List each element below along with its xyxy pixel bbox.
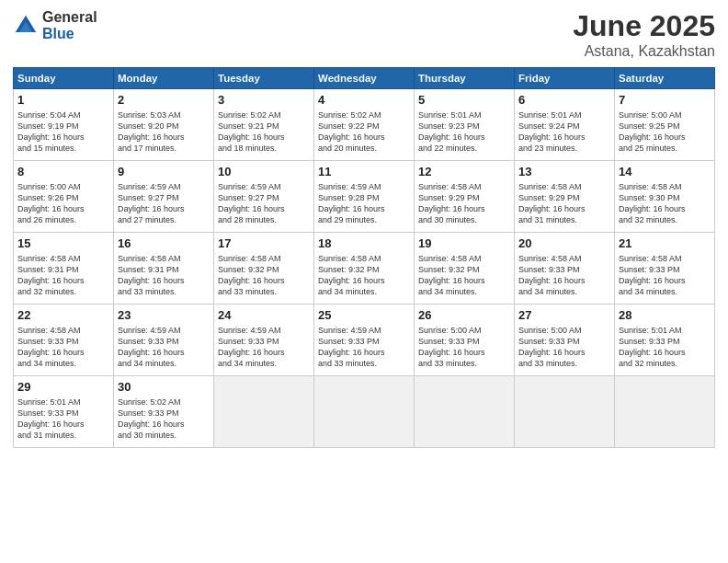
day-number: 26 bbox=[418, 307, 510, 324]
day-number: 23 bbox=[118, 307, 210, 324]
day-number: 28 bbox=[619, 307, 711, 324]
day-info: Sunrise: 4:59 AM Sunset: 9:33 PM Dayligh… bbox=[218, 325, 310, 370]
day-info: Sunrise: 4:59 AM Sunset: 9:27 PM Dayligh… bbox=[218, 181, 310, 226]
table-row: 7Sunrise: 5:00 AM Sunset: 9:25 PM Daylig… bbox=[615, 89, 715, 161]
logo: General Blue bbox=[13, 9, 97, 41]
table-row: 6Sunrise: 5:01 AM Sunset: 9:24 PM Daylig… bbox=[515, 89, 615, 161]
calendar-week-row: 15Sunrise: 4:58 AM Sunset: 9:31 PM Dayli… bbox=[14, 233, 715, 304]
table-row: 26Sunrise: 5:00 AM Sunset: 9:33 PM Dayli… bbox=[415, 304, 515, 376]
day-info: Sunrise: 4:58 AM Sunset: 9:29 PM Dayligh… bbox=[518, 181, 610, 226]
day-info: Sunrise: 4:58 AM Sunset: 9:30 PM Dayligh… bbox=[619, 181, 711, 226]
day-number: 9 bbox=[118, 164, 210, 180]
day-number: 11 bbox=[318, 164, 410, 180]
day-info: Sunrise: 4:58 AM Sunset: 9:31 PM Dayligh… bbox=[118, 253, 210, 298]
table-row: 20Sunrise: 4:58 AM Sunset: 9:33 PM Dayli… bbox=[515, 233, 615, 304]
table-row: 4Sunrise: 5:02 AM Sunset: 9:22 PM Daylig… bbox=[314, 89, 415, 161]
day-number: 22 bbox=[17, 307, 109, 324]
table-row: 28Sunrise: 5:01 AM Sunset: 9:33 PM Dayli… bbox=[615, 304, 715, 376]
table-row bbox=[314, 376, 415, 448]
day-number: 7 bbox=[619, 92, 711, 109]
day-info: Sunrise: 4:58 AM Sunset: 9:33 PM Dayligh… bbox=[17, 325, 109, 370]
table-row: 11Sunrise: 4:59 AM Sunset: 9:28 PM Dayli… bbox=[314, 161, 415, 233]
day-info: Sunrise: 4:58 AM Sunset: 9:33 PM Dayligh… bbox=[518, 253, 610, 298]
calendar-week-row: 22Sunrise: 4:58 AM Sunset: 9:33 PM Dayli… bbox=[14, 304, 715, 376]
calendar-week-row: 1Sunrise: 5:04 AM Sunset: 9:19 PM Daylig… bbox=[14, 89, 715, 161]
header-thursday: Thursday bbox=[415, 68, 515, 89]
table-row: 14Sunrise: 4:58 AM Sunset: 9:30 PM Dayli… bbox=[615, 161, 715, 233]
day-info: Sunrise: 5:00 AM Sunset: 9:33 PM Dayligh… bbox=[418, 325, 510, 370]
title-block: June 2025 Astana, Kazakhstan bbox=[573, 9, 715, 60]
day-number: 5 bbox=[418, 92, 510, 109]
table-row: 1Sunrise: 5:04 AM Sunset: 9:19 PM Daylig… bbox=[14, 89, 114, 161]
day-number: 30 bbox=[118, 379, 210, 396]
day-info: Sunrise: 5:00 AM Sunset: 9:26 PM Dayligh… bbox=[17, 181, 109, 226]
header-saturday: Saturday bbox=[615, 68, 715, 89]
table-row bbox=[615, 376, 715, 448]
table-row: 19Sunrise: 4:58 AM Sunset: 9:32 PM Dayli… bbox=[415, 233, 515, 304]
calendar-week-row: 29Sunrise: 5:01 AM Sunset: 9:33 PM Dayli… bbox=[14, 376, 715, 448]
day-number: 21 bbox=[619, 236, 711, 252]
day-number: 1 bbox=[17, 92, 109, 109]
logo-general-text: General bbox=[42, 9, 97, 26]
day-info: Sunrise: 5:03 AM Sunset: 9:20 PM Dayligh… bbox=[118, 109, 210, 155]
table-row: 16Sunrise: 4:58 AM Sunset: 9:31 PM Dayli… bbox=[114, 233, 214, 304]
day-number: 29 bbox=[17, 379, 109, 396]
day-info: Sunrise: 4:58 AM Sunset: 9:32 PM Dayligh… bbox=[218, 253, 310, 298]
day-number: 25 bbox=[318, 307, 410, 324]
day-number: 10 bbox=[218, 164, 310, 180]
logo-blue-text: Blue bbox=[42, 26, 97, 42]
calendar-week-row: 8Sunrise: 5:00 AM Sunset: 9:26 PM Daylig… bbox=[14, 161, 715, 233]
table-row: 30Sunrise: 5:02 AM Sunset: 9:33 PM Dayli… bbox=[114, 376, 214, 448]
logo-icon bbox=[13, 13, 39, 39]
calendar-table: Sunday Monday Tuesday Wednesday Thursday… bbox=[13, 67, 715, 448]
table-row: 12Sunrise: 4:58 AM Sunset: 9:29 PM Dayli… bbox=[415, 161, 515, 233]
calendar-location: Astana, Kazakhstan bbox=[573, 43, 715, 60]
header-sunday: Sunday bbox=[14, 68, 114, 89]
day-number: 17 bbox=[218, 236, 310, 252]
day-number: 14 bbox=[619, 164, 711, 180]
table-row: 25Sunrise: 4:59 AM Sunset: 9:33 PM Dayli… bbox=[314, 304, 415, 376]
day-info: Sunrise: 4:59 AM Sunset: 9:33 PM Dayligh… bbox=[318, 325, 410, 370]
table-row: 27Sunrise: 5:00 AM Sunset: 9:33 PM Dayli… bbox=[515, 304, 615, 376]
day-info: Sunrise: 5:01 AM Sunset: 9:33 PM Dayligh… bbox=[17, 396, 109, 442]
day-number: 13 bbox=[518, 164, 610, 180]
day-number: 16 bbox=[118, 236, 210, 252]
day-info: Sunrise: 4:59 AM Sunset: 9:33 PM Dayligh… bbox=[118, 325, 210, 370]
day-number: 4 bbox=[318, 92, 410, 109]
table-row: 15Sunrise: 4:58 AM Sunset: 9:31 PM Dayli… bbox=[14, 233, 114, 304]
table-row: 9Sunrise: 4:59 AM Sunset: 9:27 PM Daylig… bbox=[114, 161, 214, 233]
table-row: 10Sunrise: 4:59 AM Sunset: 9:27 PM Dayli… bbox=[214, 161, 314, 233]
calendar-title: June 2025 bbox=[573, 9, 715, 43]
calendar-header-row: Sunday Monday Tuesday Wednesday Thursday… bbox=[14, 68, 715, 89]
day-info: Sunrise: 4:58 AM Sunset: 9:33 PM Dayligh… bbox=[619, 253, 711, 298]
table-row: 8Sunrise: 5:00 AM Sunset: 9:26 PM Daylig… bbox=[14, 161, 114, 233]
table-row: 3Sunrise: 5:02 AM Sunset: 9:21 PM Daylig… bbox=[214, 89, 314, 161]
table-row: 17Sunrise: 4:58 AM Sunset: 9:32 PM Dayli… bbox=[214, 233, 314, 304]
day-number: 15 bbox=[17, 236, 109, 252]
day-number: 6 bbox=[518, 92, 610, 109]
table-row: 18Sunrise: 4:58 AM Sunset: 9:32 PM Dayli… bbox=[314, 233, 415, 304]
day-info: Sunrise: 4:59 AM Sunset: 9:27 PM Dayligh… bbox=[118, 181, 210, 226]
day-info: Sunrise: 4:58 AM Sunset: 9:29 PM Dayligh… bbox=[418, 181, 510, 226]
day-number: 27 bbox=[518, 307, 610, 324]
header-wednesday: Wednesday bbox=[314, 68, 415, 89]
page-header: General Blue June 2025 Astana, Kazakhsta… bbox=[13, 9, 715, 60]
day-number: 19 bbox=[418, 236, 510, 252]
table-row: 2Sunrise: 5:03 AM Sunset: 9:20 PM Daylig… bbox=[114, 89, 214, 161]
day-info: Sunrise: 4:58 AM Sunset: 9:32 PM Dayligh… bbox=[418, 253, 510, 298]
day-info: Sunrise: 4:58 AM Sunset: 9:32 PM Dayligh… bbox=[318, 253, 410, 298]
table-row: 23Sunrise: 4:59 AM Sunset: 9:33 PM Dayli… bbox=[114, 304, 214, 376]
day-info: Sunrise: 5:02 AM Sunset: 9:33 PM Dayligh… bbox=[118, 396, 210, 442]
day-info: Sunrise: 5:00 AM Sunset: 9:25 PM Dayligh… bbox=[619, 109, 711, 155]
table-row: 29Sunrise: 5:01 AM Sunset: 9:33 PM Dayli… bbox=[14, 376, 114, 448]
day-info: Sunrise: 5:00 AM Sunset: 9:33 PM Dayligh… bbox=[518, 325, 610, 370]
table-row bbox=[515, 376, 615, 448]
day-info: Sunrise: 5:02 AM Sunset: 9:21 PM Dayligh… bbox=[218, 109, 310, 155]
header-friday: Friday bbox=[515, 68, 615, 89]
day-info: Sunrise: 5:01 AM Sunset: 9:33 PM Dayligh… bbox=[619, 325, 711, 370]
table-row bbox=[415, 376, 515, 448]
table-row: 5Sunrise: 5:01 AM Sunset: 9:23 PM Daylig… bbox=[415, 89, 515, 161]
day-info: Sunrise: 5:04 AM Sunset: 9:19 PM Dayligh… bbox=[17, 109, 109, 155]
day-info: Sunrise: 5:01 AM Sunset: 9:23 PM Dayligh… bbox=[418, 109, 510, 155]
day-number: 24 bbox=[218, 307, 310, 324]
